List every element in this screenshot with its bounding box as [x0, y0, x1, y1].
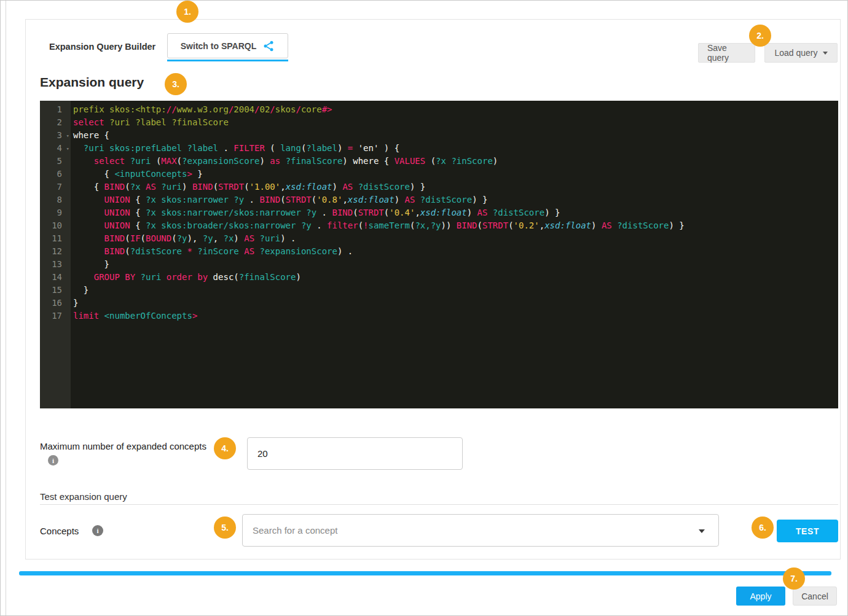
code-line: 16}	[40, 297, 838, 310]
info-icon-glyph: i	[52, 457, 54, 464]
concepts-label: Concepts	[40, 526, 79, 536]
code-line: 7 { BIND(?x AS ?uri) BIND(STRDT('1.00',x…	[40, 181, 838, 193]
active-tab-indicator	[167, 60, 288, 61]
save-query-label: Save query	[707, 43, 746, 63]
code-line: 15 }	[40, 284, 838, 297]
expansion-query-heading: Expansion query	[40, 75, 144, 90]
switch-to-sparql-label: Switch to SPARQL	[181, 41, 256, 51]
code-editor-lines: 1prefix skos:<http://www.w3.org/2004/02/…	[40, 103, 838, 322]
code-line: 9 UNION { ?x skos:narrower/skos:narrower…	[40, 206, 838, 219]
annotation-badge-1: 1.	[176, 1, 198, 23]
code-editor[interactable]: 1prefix skos:<http://www.w3.org/2004/02/…	[40, 101, 838, 408]
load-query-button[interactable]: Load query	[764, 43, 838, 63]
fold-arrow-icon[interactable]: ▾	[66, 130, 69, 142]
switch-to-sparql-tab[interactable]: Switch to SPARQL	[167, 33, 288, 58]
code-line: 13 }	[40, 258, 838, 271]
code-line: 1prefix skos:<http://www.w3.org/2004/02/…	[40, 103, 838, 116]
section-divider	[40, 504, 838, 505]
concept-search-input[interactable]	[243, 515, 718, 546]
annotation-badge-4: 4.	[214, 437, 236, 459]
cancel-button[interactable]: Cancel	[793, 587, 837, 606]
code-line: 5 select ?uri (MAX(?expansionScore) as ?…	[40, 155, 838, 168]
concept-search-select[interactable]	[242, 514, 719, 547]
test-expansion-query-heading: Test expansion query	[40, 491, 127, 502]
page-left-border	[6, 1, 6, 615]
fold-arrow-icon[interactable]: ▾	[66, 142, 69, 155]
code-line: 2select ?uri ?label ?finalScore	[40, 116, 838, 129]
load-query-label: Load query	[774, 48, 817, 58]
code-line: 3▾where {	[40, 129, 838, 142]
share-icon	[262, 40, 275, 52]
code-line: 12 BIND(?distScore * ?inScore AS ?expans…	[40, 245, 838, 258]
code-line: 17limit <numberOfConcepts>	[40, 310, 838, 322]
max-expanded-concepts-label: Maximum number of expanded concepts	[40, 441, 206, 451]
chevron-down-icon	[823, 52, 828, 55]
annotation-badge-3: 3.	[165, 73, 187, 95]
code-line: 6 { <inputConcepts> }	[40, 168, 838, 181]
blue-divider	[19, 571, 831, 575]
expansion-query-builder-page: Expansion Query Builder Switch to SPARQL…	[0, 0, 848, 616]
concepts-info-icon[interactable]: i	[92, 525, 103, 536]
code-line: 11 BIND(IF(BOUND(?y), ?y, ?x) AS ?uri) .	[40, 232, 838, 245]
annotation-badge-6: 6.	[752, 517, 774, 539]
annotation-badge-2: 2.	[749, 25, 771, 47]
code-line: 10 UNION { ?x skos:broader/skos:narrower…	[40, 219, 838, 232]
page-title: Expansion Query Builder	[49, 42, 155, 52]
info-icon[interactable]: i	[48, 455, 58, 466]
code-line: 14 GROUP BY ?uri order by desc(?finalSco…	[40, 271, 838, 284]
annotation-badge-7: 7.	[783, 567, 805, 590]
expansion-query-builder-panel: Expansion Query Builder Switch to SPARQL…	[25, 19, 841, 559]
code-line: 4▾ ?uri skos:prefLabel ?label . FILTER (…	[40, 142, 838, 155]
info-icon-glyph: i	[96, 527, 98, 534]
code-line: 8 UNION { ?x skos:narrower ?y . BIND(STR…	[40, 193, 838, 206]
test-button[interactable]: TEST	[777, 520, 838, 542]
select-chevron-down-icon	[699, 529, 705, 533]
apply-button[interactable]: Apply	[736, 587, 785, 606]
annotation-badge-5: 5.	[214, 517, 236, 539]
max-expanded-concepts-input[interactable]	[247, 437, 463, 470]
save-query-button[interactable]: Save query	[698, 43, 755, 63]
